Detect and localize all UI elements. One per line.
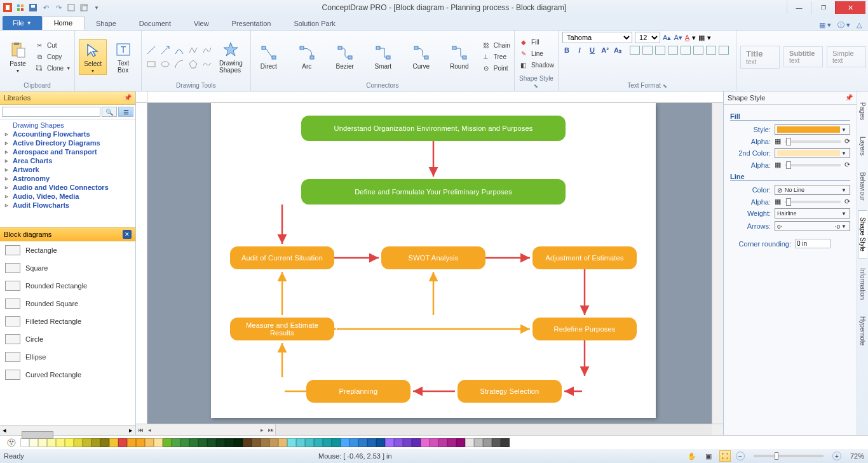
diagram-block[interactable]: Measure and Estimate Results [230,318,334,340]
copy-button[interactable]: ⧉Copy [34,52,71,62]
palette-color[interactable] [296,438,305,447]
close-library-icon[interactable]: ✕ [123,230,132,239]
palette-color[interactable] [38,438,47,447]
subtitle-text-style[interactable]: Subtitletext [783,46,823,67]
reset-icon[interactable]: ⟳ [844,137,850,145]
select-button[interactable]: Select▼ [79,39,107,75]
corner-rounding-input[interactable] [795,239,831,248]
help-icon[interactable]: ⓘ ▾ [837,20,850,30]
shape-library-item[interactable]: Rounded Rectangle [0,277,135,295]
qat-icon[interactable] [15,3,25,13]
curve-connector-button[interactable]: Curve [407,43,435,71]
bold-button[interactable]: B [562,46,571,54]
close-button[interactable]: ✕ [835,1,865,14]
right-tab-hypernote[interactable]: Hypernote [858,309,867,352]
second-color-swatch[interactable]: ▼ [775,148,850,158]
palette-color[interactable] [180,438,189,447]
paste-button[interactable]: Paste ▼ [4,40,32,74]
palette-color[interactable] [474,438,483,447]
palette-color[interactable] [234,438,243,447]
right-tab-behaviour[interactable]: Behaviour [858,165,867,208]
palette-color[interactable] [358,438,367,447]
save-icon[interactable] [28,3,38,13]
palette-color[interactable] [376,438,385,447]
fit-page-icon[interactable]: ▣ [703,450,714,462]
prev-page-icon[interactable]: ◂ [145,427,154,433]
polygon-tool-icon[interactable] [187,58,199,70]
diagram-block[interactable]: Understand Organization Environment, Mis… [301,116,566,141]
arc-connector-button[interactable]: Arc [293,43,321,71]
palette-color[interactable] [483,438,492,447]
spline-tool-icon[interactable] [201,44,213,56]
palette-color[interactable] [29,438,38,447]
palette-color[interactable] [198,438,207,447]
palette-color[interactable] [287,438,296,447]
library-shapes[interactable]: RectangleSquareRounded RectangleRounded … [0,241,135,425]
line-button[interactable]: ✎Line [519,48,554,58]
diagram-block[interactable]: Strategy Selection [458,380,562,403]
cut-button[interactable]: ✂Cut [34,41,71,51]
italic-button[interactable]: I [575,46,584,54]
library-tree-item[interactable]: Audio and Video Connectors [0,183,135,192]
increase-font-icon[interactable]: A▴ [663,34,671,42]
library-tree-item[interactable]: Artwork [0,165,135,174]
palette-color[interactable] [438,438,447,447]
highlight-icon[interactable]: ▦ [698,34,705,42]
palette-color[interactable] [430,438,438,447]
arrows-select[interactable]: o··o▼ [775,221,850,231]
undo-icon[interactable]: ↶ [41,3,51,13]
align-justify-button[interactable] [668,46,678,55]
right-tab-information[interactable]: Information [858,261,867,307]
palette-color[interactable] [127,438,136,447]
palette-color[interactable] [349,438,358,447]
diagram-block[interactable]: Adjustment of Estimates [532,246,637,269]
next-page-icon[interactable]: ▸ [257,427,266,433]
palette-color[interactable] [403,438,412,447]
chain-button[interactable]: ⛓Chain [481,41,510,51]
shape-library-item[interactable]: Rounded Square [0,295,135,312]
shape-library-item[interactable]: Rectangle [0,241,135,259]
palette-color[interactable] [305,438,314,447]
bezier-connector-button[interactable]: Bezier [331,43,359,71]
palette-color[interactable] [100,438,109,447]
reset-icon[interactable]: ⟳ [844,198,850,206]
library-tree-item[interactable]: Drawing Shapes [0,121,135,130]
polyline-tool-icon[interactable] [187,44,199,56]
library-tree-item[interactable]: Astronomy [0,174,135,183]
hand-tool-icon[interactable]: ✋ [686,450,698,462]
library-tree-item[interactable]: Active Directory Diagrams [0,138,135,147]
palette-color[interactable] [207,438,216,447]
diagram-block[interactable]: Redefine Purposes [532,318,637,340]
diagram-block[interactable]: Audit of Current Situation [230,246,334,269]
minimize-button[interactable] [787,1,811,14]
qat-dropdown-icon[interactable]: ▼ [92,3,102,13]
superscript-button[interactable]: A² [600,46,609,54]
palette-color[interactable] [447,438,456,447]
palette-color[interactable] [74,438,83,447]
decrease-font-icon[interactable]: A▾ [674,34,682,42]
pin-icon[interactable]: 📌 [124,94,132,102]
arrow-tool-icon[interactable] [159,44,171,56]
clone-button[interactable]: ⿻Clone ▼ [34,64,71,74]
fill-style-swatch[interactable]: ▼ [775,124,850,135]
file-tab[interactable]: File▼ [3,16,42,30]
fill-alpha-slider[interactable] [785,140,841,143]
right-tab-layers[interactable]: Layers [858,130,867,163]
freehand-tool-icon[interactable] [201,58,213,70]
palette-color[interactable] [332,438,341,447]
align-dist-button[interactable] [719,46,729,55]
rect-tool-icon[interactable] [146,58,157,70]
align-center-button[interactable] [642,46,653,55]
textbox-button[interactable]: T Text Box [109,39,137,75]
solution-tab[interactable]: Solution Park [282,17,346,30]
palette-color[interactable] [341,438,349,447]
palette-color[interactable] [145,438,154,447]
shape-library-item[interactable]: Circle [0,330,135,348]
round-connector-button[interactable]: Round [445,43,473,71]
simple-text-style[interactable]: Simpletext [827,46,866,67]
library-tree-item[interactable]: Audio, Video, Media [0,192,135,201]
collapse-ribbon-icon[interactable]: △ [857,21,862,29]
palette-color[interactable] [367,438,376,447]
line-tool-icon[interactable] [146,44,157,56]
palette-color[interactable] [136,438,145,447]
